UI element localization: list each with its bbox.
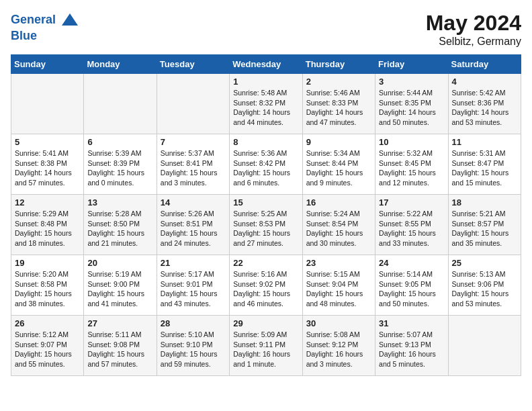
calendar-cell: 24Sunrise: 5:14 AM Sunset: 9:05 PM Dayli… <box>375 255 448 316</box>
calendar-cell: 29Sunrise: 5:09 AM Sunset: 9:11 PM Dayli… <box>230 316 302 376</box>
day-number: 26 <box>15 318 80 328</box>
day-content: Sunrise: 5:34 AM Sunset: 8:44 PM Dayligh… <box>306 148 371 188</box>
calendar-cell: 25Sunrise: 5:13 AM Sunset: 9:06 PM Dayli… <box>448 255 521 316</box>
day-number: 13 <box>87 197 152 208</box>
calendar-cell: 20Sunrise: 5:19 AM Sunset: 9:00 PM Dayli… <box>84 255 157 316</box>
calendar-week-4: 19Sunrise: 5:20 AM Sunset: 8:58 PM Dayli… <box>11 255 521 316</box>
day-number: 15 <box>233 197 298 208</box>
day-number: 12 <box>15 197 80 208</box>
location: Selbitz, Germany <box>426 36 521 48</box>
day-content: Sunrise: 5:22 AM Sunset: 8:55 PM Dayligh… <box>379 209 444 248</box>
header-tuesday: Tuesday <box>157 55 229 74</box>
day-number: 30 <box>306 318 371 328</box>
header-thursday: Thursday <box>302 55 375 74</box>
day-content: Sunrise: 5:11 AM Sunset: 9:08 PM Dayligh… <box>87 330 152 369</box>
calendar-cell: 6Sunrise: 5:39 AM Sunset: 8:39 PM Daylig… <box>84 134 157 195</box>
calendar-cell: 17Sunrise: 5:22 AM Sunset: 8:55 PM Dayli… <box>375 195 448 255</box>
calendar-cell: 9Sunrise: 5:34 AM Sunset: 8:44 PM Daylig… <box>302 134 375 195</box>
calendar-cell: 10Sunrise: 5:32 AM Sunset: 8:45 PM Dayli… <box>375 134 448 195</box>
calendar-cell: 2Sunrise: 5:46 AM Sunset: 8:33 PM Daylig… <box>302 74 375 134</box>
calendar-header-row: SundayMondayTuesdayWednesdayThursdayFrid… <box>11 55 521 74</box>
header-wednesday: Wednesday <box>230 55 302 74</box>
day-number: 7 <box>161 137 226 147</box>
day-content: Sunrise: 5:39 AM Sunset: 8:39 PM Dayligh… <box>87 148 152 188</box>
day-content: Sunrise: 5:46 AM Sunset: 8:33 PM Dayligh… <box>306 88 371 128</box>
day-content: Sunrise: 5:13 AM Sunset: 9:06 PM Dayligh… <box>452 269 517 309</box>
day-content: Sunrise: 5:36 AM Sunset: 8:42 PM Dayligh… <box>233 148 298 188</box>
day-content: Sunrise: 5:25 AM Sunset: 8:53 PM Dayligh… <box>233 209 298 248</box>
day-content: Sunrise: 5:41 AM Sunset: 8:38 PM Dayligh… <box>15 148 80 188</box>
calendar-cell: 1Sunrise: 5:48 AM Sunset: 8:32 PM Daylig… <box>230 74 302 134</box>
day-number: 16 <box>306 197 371 208</box>
svg-marker-0 <box>62 13 78 26</box>
day-number: 8 <box>233 137 298 147</box>
calendar-cell: 15Sunrise: 5:25 AM Sunset: 8:53 PM Dayli… <box>230 195 302 255</box>
day-content: Sunrise: 5:19 AM Sunset: 9:00 PM Dayligh… <box>87 269 152 309</box>
day-content: Sunrise: 5:48 AM Sunset: 8:32 PM Dayligh… <box>233 88 298 128</box>
day-content: Sunrise: 5:20 AM Sunset: 8:58 PM Dayligh… <box>15 269 80 309</box>
day-number: 10 <box>379 137 444 147</box>
day-content: Sunrise: 5:15 AM Sunset: 9:04 PM Dayligh… <box>306 269 371 309</box>
calendar-week-5: 26Sunrise: 5:12 AM Sunset: 9:07 PM Dayli… <box>11 316 521 376</box>
day-content: Sunrise: 5:14 AM Sunset: 9:05 PM Dayligh… <box>379 269 444 309</box>
day-number: 11 <box>452 137 517 147</box>
calendar-cell: 22Sunrise: 5:16 AM Sunset: 9:02 PM Dayli… <box>230 255 302 316</box>
day-number: 18 <box>452 197 517 208</box>
calendar-cell: 16Sunrise: 5:24 AM Sunset: 8:54 PM Dayli… <box>302 195 375 255</box>
calendar-cell <box>11 74 84 134</box>
calendar-week-1: 1Sunrise: 5:48 AM Sunset: 8:32 PM Daylig… <box>11 74 521 134</box>
day-number: 17 <box>379 197 444 208</box>
calendar-cell: 21Sunrise: 5:17 AM Sunset: 9:01 PM Dayli… <box>157 255 229 316</box>
calendar-cell: 4Sunrise: 5:42 AM Sunset: 8:36 PM Daylig… <box>448 74 521 134</box>
day-number: 23 <box>306 258 371 268</box>
header-friday: Friday <box>375 55 448 74</box>
calendar-cell: 14Sunrise: 5:26 AM Sunset: 8:51 PM Dayli… <box>157 195 229 255</box>
calendar-week-3: 12Sunrise: 5:29 AM Sunset: 8:48 PM Dayli… <box>11 195 521 255</box>
day-content: Sunrise: 5:28 AM Sunset: 8:50 PM Dayligh… <box>87 209 152 248</box>
header-monday: Monday <box>84 55 157 74</box>
day-number: 20 <box>87 258 152 268</box>
day-content: Sunrise: 5:24 AM Sunset: 8:54 PM Dayligh… <box>306 209 371 248</box>
day-content: Sunrise: 5:16 AM Sunset: 9:02 PM Dayligh… <box>233 269 298 309</box>
calendar-cell: 5Sunrise: 5:41 AM Sunset: 8:38 PM Daylig… <box>11 134 84 195</box>
header-sunday: Sunday <box>11 55 84 74</box>
day-number: 4 <box>452 77 517 87</box>
day-number: 9 <box>306 137 371 147</box>
calendar-cell <box>448 316 521 376</box>
calendar-cell: 8Sunrise: 5:36 AM Sunset: 8:42 PM Daylig… <box>230 134 302 195</box>
day-content: Sunrise: 5:12 AM Sunset: 9:07 PM Dayligh… <box>15 330 80 369</box>
month-title: May 2024 <box>426 11 521 36</box>
day-content: Sunrise: 5:37 AM Sunset: 8:41 PM Dayligh… <box>161 148 226 188</box>
day-number: 24 <box>379 258 444 268</box>
page-header: General Blue May 2024 Selbitz, Germany <box>11 11 521 48</box>
day-content: Sunrise: 5:17 AM Sunset: 9:01 PM Dayligh… <box>161 269 226 309</box>
day-number: 14 <box>161 197 226 208</box>
calendar-table: SundayMondayTuesdayWednesdayThursdayFrid… <box>11 54 521 376</box>
calendar-cell: 3Sunrise: 5:44 AM Sunset: 8:35 PM Daylig… <box>375 74 448 134</box>
header-saturday: Saturday <box>448 55 521 74</box>
day-number: 2 <box>306 77 371 87</box>
day-content: Sunrise: 5:42 AM Sunset: 8:36 PM Dayligh… <box>452 88 517 128</box>
day-content: Sunrise: 5:44 AM Sunset: 8:35 PM Dayligh… <box>379 88 444 128</box>
day-number: 1 <box>233 77 298 87</box>
logo: General Blue <box>11 11 79 43</box>
calendar-cell: 12Sunrise: 5:29 AM Sunset: 8:48 PM Dayli… <box>11 195 84 255</box>
day-number: 19 <box>15 258 80 268</box>
day-number: 28 <box>161 318 226 328</box>
calendar-cell <box>84 74 157 134</box>
day-number: 29 <box>233 318 298 328</box>
title-block: May 2024 Selbitz, Germany <box>426 11 521 48</box>
calendar-cell: 13Sunrise: 5:28 AM Sunset: 8:50 PM Dayli… <box>84 195 157 255</box>
logo-general: General <box>11 13 56 26</box>
day-content: Sunrise: 5:10 AM Sunset: 9:10 PM Dayligh… <box>161 330 226 369</box>
calendar-cell: 19Sunrise: 5:20 AM Sunset: 8:58 PM Dayli… <box>11 255 84 316</box>
day-number: 27 <box>87 318 152 328</box>
logo-icon <box>60 11 79 30</box>
calendar-cell: 27Sunrise: 5:11 AM Sunset: 9:08 PM Dayli… <box>84 316 157 376</box>
calendar-cell: 18Sunrise: 5:21 AM Sunset: 8:57 PM Dayli… <box>448 195 521 255</box>
day-content: Sunrise: 5:07 AM Sunset: 9:13 PM Dayligh… <box>379 330 444 369</box>
calendar-cell: 7Sunrise: 5:37 AM Sunset: 8:41 PM Daylig… <box>157 134 229 195</box>
day-content: Sunrise: 5:21 AM Sunset: 8:57 PM Dayligh… <box>452 209 517 248</box>
day-content: Sunrise: 5:09 AM Sunset: 9:11 PM Dayligh… <box>233 330 298 369</box>
calendar-cell: 30Sunrise: 5:08 AM Sunset: 9:12 PM Dayli… <box>302 316 375 376</box>
